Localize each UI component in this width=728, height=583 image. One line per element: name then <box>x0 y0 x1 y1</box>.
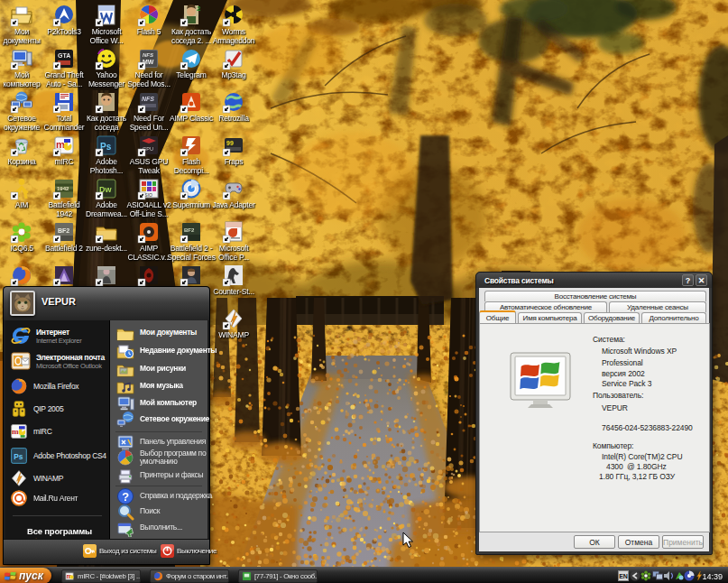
svg-text:GTA: GTA <box>58 52 70 59</box>
svg-text:?: ? <box>122 490 129 504</box>
svg-text:m: m <box>12 427 19 436</box>
svg-text:m: m <box>56 139 65 150</box>
svg-text:NFS: NFS <box>142 96 154 102</box>
svg-text:BF2: BF2 <box>184 227 195 233</box>
svg-text:NFS: NFS <box>143 52 153 58</box>
svg-text:2: 2 <box>197 5 201 13</box>
svg-text:1942: 1942 <box>57 186 69 191</box>
svg-text:Ps: Ps <box>14 452 23 461</box>
svg-text:BF2: BF2 <box>58 227 69 234</box>
svg-text:99: 99 <box>226 140 234 146</box>
